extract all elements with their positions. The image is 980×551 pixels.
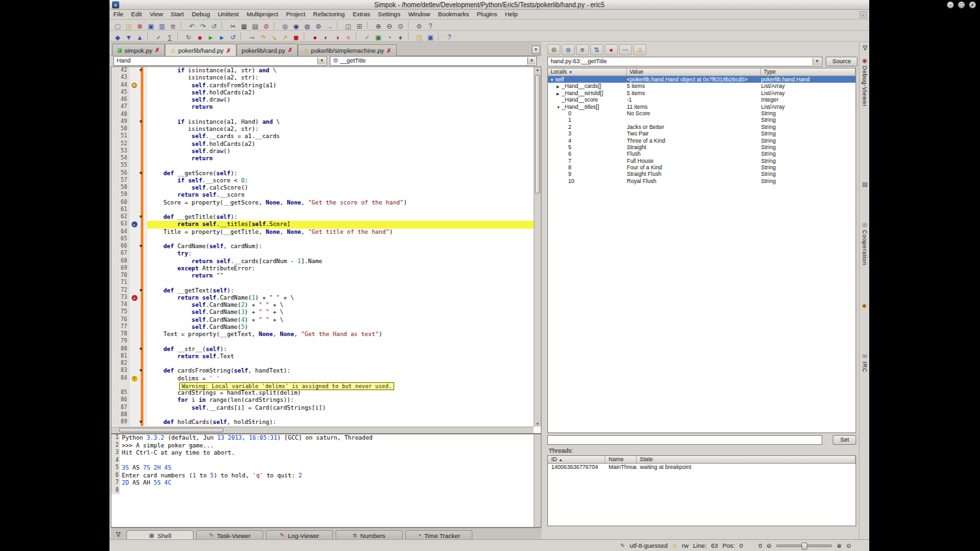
code-line[interactable]: 53 self.draw() [111, 148, 534, 155]
replace-icon[interactable]: ⊜ [313, 21, 324, 31]
code-line[interactable]: 73✗ return self.CardName(1) + " " + \ [111, 294, 534, 302]
code-line[interactable]: 52 self.holdCards(a2) [111, 141, 534, 148]
locals-row[interactable]: ▶_Hand__cards[]5 itemsList/Array [548, 83, 856, 89]
breakpoint-prev-icon[interactable]: ◑ [332, 33, 343, 42]
code-line[interactable]: 47 return [111, 104, 534, 111]
code-line[interactable]: 74 self.CardName(2) + " " + \ [111, 302, 534, 309]
close-tab-icon[interactable]: ✗ [226, 48, 231, 54]
fold-arrow-icon[interactable]: ▼ [139, 67, 142, 74]
bottom-tab-time-tracker[interactable]: ◔Time Tracker [405, 530, 472, 540]
menu-extras[interactable]: Extras [349, 10, 374, 19]
menu-multiproject[interactable]: Multiproject [242, 10, 282, 19]
search-prev-icon[interactable]: ◍ [302, 21, 313, 31]
code-line[interactable]: 70 return "" [111, 272, 534, 279]
bookmark-next-icon[interactable]: ▼ [123, 33, 134, 42]
expand-icon[interactable]: ▶ [556, 91, 562, 96]
code-line[interactable]: 44 self.cardsFromString(a1) [111, 82, 534, 89]
undo-icon[interactable]: ↶ [186, 21, 197, 31]
autosave-icon[interactable]: ✓ [153, 33, 164, 42]
code-line[interactable]: 72▼ def __getText(self): [111, 287, 534, 294]
side-tab-irc[interactable]: ✉IRC [859, 353, 870, 373]
locals-header-locals[interactable]: Locals▼ [548, 68, 627, 76]
editor-tab[interactable]: simpok.py✗ [112, 44, 165, 56]
close-tab-icon[interactable]: ✗ [386, 48, 392, 54]
close-button[interactable]: ✗ [969, 1, 976, 8]
code-line[interactable]: 58 self.calcScore() [111, 184, 534, 191]
new-file-icon[interactable]: ▢ [112, 21, 123, 31]
breakpoints-icon[interactable]: ● [605, 44, 618, 55]
menu-edit[interactable]: Edit [127, 10, 145, 19]
continue-icon[interactable]: ⇒ [246, 33, 257, 42]
zoom-reset-icon[interactable]: ⊙ [395, 21, 406, 31]
close-tab-icon[interactable]: ✗ [288, 47, 293, 53]
collapse-icon[interactable]: ▼ [550, 77, 555, 83]
global-variables-icon[interactable]: ⊚ [562, 44, 575, 55]
save-file-icon[interactable]: ▣ [145, 21, 156, 31]
locals-row[interactable]: 2Jacks or BetterString [548, 124, 856, 130]
code-line[interactable]: 67 try: [111, 250, 534, 257]
threads-header-id[interactable]: ID▲ [548, 456, 605, 463]
open-file-icon[interactable]: ◳ [123, 21, 134, 31]
code-line[interactable]: 64 Title = property(__getTitle, None, No… [111, 229, 534, 236]
code-editor[interactable]: 42▼ if isinstance(a1, str) and \43 isins… [111, 66, 541, 434]
new-window-icon[interactable]: ◫ [343, 21, 354, 31]
locals-row[interactable]: 7Full HouseString [548, 158, 856, 164]
locals-row[interactable]: 3Two PairString [548, 130, 856, 137]
copy-icon[interactable]: ▦ [238, 21, 250, 31]
code-line[interactable]: 83▼ def cardsFromString(self, handText): [111, 367, 534, 374]
code-line[interactable]: 82 [111, 360, 534, 367]
code-line[interactable]: 56▼ def __getScore(self): [111, 170, 534, 177]
search-icon[interactable]: ◎ [280, 21, 291, 31]
locals-row[interactable]: ▼self<pokerlib.hand.Hand object at 0x7f6… [548, 76, 856, 83]
shell-line[interactable]: 6Enter card numbers (1 to 5) to hold, 'q… [111, 472, 541, 480]
watchpoints-icon[interactable]: ⋯ [619, 44, 632, 55]
locals-header-value[interactable]: Value [627, 68, 761, 76]
code-line[interactable]: 51 self.__cards = a1.__cards [111, 133, 534, 140]
menu-debug[interactable]: Debug [188, 10, 214, 19]
current-marker-icon[interactable]: ▸ [132, 221, 137, 227]
code-line[interactable]: 84! delims = ' ' [111, 375, 534, 382]
locals-row[interactable]: 5StraightString [548, 144, 856, 150]
side-tab-icon-b[interactable]: ◆ [862, 302, 867, 309]
code-line[interactable]: 71 [111, 279, 534, 287]
code-line[interactable]: 88 [111, 412, 534, 419]
threads-header-name[interactable]: Name [605, 456, 637, 463]
menu-window[interactable]: Window [404, 10, 434, 19]
zoom-slider[interactable] [776, 544, 832, 547]
locals-row[interactable]: ▶_Hand__isHold[]5 itemsList/Array [548, 90, 856, 96]
maximize-button[interactable]: ▢ [958, 1, 965, 8]
search-next-icon[interactable]: ◉ [291, 21, 302, 31]
menu-unittest[interactable]: Unittest [214, 10, 242, 19]
restart-icon[interactable]: ↺ [227, 33, 238, 42]
save-all-icon[interactable]: ▥ [156, 21, 167, 31]
code-line[interactable]: 85 cardStrings = handText.split(delim) [111, 389, 534, 397]
bottom-tab-task-viewer[interactable]: ✎Task-Viewer [196, 530, 263, 540]
shell-vscrollbar[interactable] [534, 434, 541, 527]
code-line[interactable]: 80▼ def __str__(self): [111, 346, 534, 353]
menu-plugins[interactable]: Plugins [473, 10, 501, 19]
editor-vscroll-thumb[interactable] [535, 75, 540, 193]
code-line[interactable]: 62▼ def __getTitle(self): [111, 214, 534, 221]
locals-row[interactable]: 10Royal FlushString [548, 178, 856, 184]
redo-icon[interactable]: ↷ [197, 21, 209, 31]
code-line[interactable]: 50 isinstance(a2, str): [111, 126, 534, 133]
menu-file[interactable]: File [109, 10, 127, 19]
shell-line[interactable]: 72D AS AH 5S 4C [111, 479, 541, 487]
set-button[interactable]: Set [833, 435, 856, 445]
bottom-tab-log-viewer[interactable]: ✎Log-Viewer [266, 530, 333, 540]
fold-arrow-icon[interactable]: ▼ [139, 170, 142, 177]
stop-debug-icon[interactable]: ◼ [291, 33, 302, 42]
zoom-out-icon[interactable]: ⊖ [766, 543, 771, 549]
editor-vscrollbar[interactable]: ▲ ▼ [534, 67, 541, 427]
code-line[interactable]: 45 self.holdCards(a2) [111, 89, 534, 96]
code-line[interactable]: 48 [111, 111, 534, 119]
locals-row[interactable]: 0No ScoreString [548, 110, 856, 117]
code-line[interactable]: 59 return self.__score [111, 191, 534, 199]
code-line[interactable]: 86 for i in range(len(cardStrings)): [111, 397, 534, 404]
filter-icon[interactable]: ∇ [115, 531, 122, 538]
code-line[interactable]: 87 self.__cards[i] = Card(cardStrings[i]… [111, 404, 534, 412]
breakpoint-toggle-icon[interactable]: ● [310, 33, 321, 42]
zoom-slider-handle[interactable] [801, 543, 807, 550]
variable-set-input[interactable] [547, 435, 822, 445]
code-line[interactable]: 63▸ return self.__titles[self.Score] [111, 221, 534, 228]
